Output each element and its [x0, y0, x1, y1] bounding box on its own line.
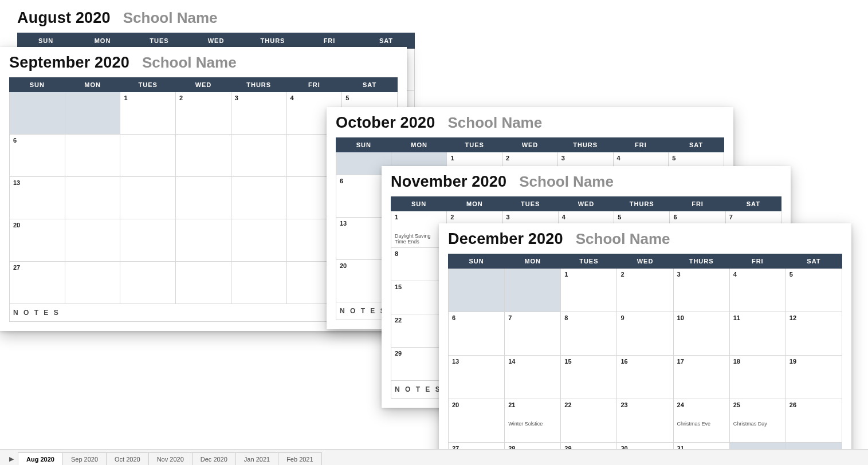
calendar-cell[interactable]: 13 [10, 177, 65, 219]
calendar-cell[interactable]: 9 [617, 312, 673, 356]
day-header: SAT [785, 254, 842, 269]
calendar-cell[interactable]: 7 [505, 312, 561, 356]
calendar-cell[interactable]: 17 [673, 356, 729, 399]
calendar-cell[interactable]: 1 [561, 269, 617, 312]
day-header: FRI [729, 254, 785, 269]
day-header: FRI [613, 138, 669, 152]
calendar-cell[interactable] [120, 135, 176, 177]
sheet-tab[interactable]: Sep 2020 [62, 452, 107, 465]
day-header: SUN [336, 138, 392, 152]
calendar-cell[interactable]: 16 [617, 356, 673, 399]
calendar-cell[interactable]: 22 [561, 399, 617, 443]
event-label: Winter Solstice [508, 421, 557, 427]
sheet-tab[interactable]: Oct 2020 [106, 452, 149, 465]
calendar-cell[interactable]: 13 [449, 356, 505, 399]
calendar-cell[interactable] [231, 135, 286, 177]
calendar-cell[interactable]: 10 [673, 312, 729, 356]
day-header: SAT [669, 138, 724, 152]
calendar-cell[interactable] [449, 269, 505, 312]
calendar-cell[interactable]: 26 [785, 399, 842, 443]
calendar-cell[interactable] [65, 177, 120, 219]
sheet-tab[interactable]: Aug 2020 [18, 452, 63, 465]
sheet-tab-bar: ▶ Aug 2020Sep 2020Oct 2020Nov 2020Dec 20… [0, 449, 868, 465]
sheet-tab[interactable]: Dec 2020 [192, 452, 236, 465]
month-title: December 2020 [448, 230, 563, 248]
calendar-cell[interactable] [65, 219, 120, 262]
school-name: School Name [576, 230, 670, 248]
calendar-cell[interactable] [65, 135, 120, 177]
day-header: FRI [301, 33, 358, 49]
month-title: August 2020 [17, 9, 111, 27]
calendar-cell[interactable]: 2 [617, 269, 673, 312]
day-header: THURS [557, 138, 613, 152]
day-header: SUN [10, 78, 65, 92]
calendar-cell[interactable] [176, 262, 231, 304]
day-header: MON [74, 33, 131, 49]
day-header: TUES [131, 33, 188, 49]
calendar-cell[interactable]: 18 [729, 356, 785, 399]
calendar-cell[interactable]: 14 [505, 356, 561, 399]
calendar-cell[interactable]: 25Christmas Day [729, 399, 785, 443]
calendar-cell[interactable]: 5 [785, 269, 842, 312]
calendar-cell[interactable] [231, 262, 286, 304]
calendar-cell[interactable] [65, 262, 120, 304]
calendar-cell[interactable] [65, 92, 120, 135]
calendar-cell[interactable]: 19 [785, 356, 842, 399]
month-title: November 2020 [391, 173, 506, 191]
calendar-cell[interactable]: 20 [10, 219, 65, 262]
calendar-cell[interactable] [120, 177, 176, 219]
event-label: Christmas Eve [677, 421, 726, 427]
day-header: THURS [231, 78, 286, 92]
calendar-cell[interactable] [176, 177, 231, 219]
school-name: School Name [142, 54, 237, 72]
day-header: WED [558, 197, 614, 211]
calendar-cell[interactable]: 21Winter Solstice [505, 399, 561, 443]
day-header: SUN [391, 197, 447, 211]
calendar-cell[interactable]: 1 [120, 92, 176, 135]
sheet-nav-next-icon[interactable]: ▶ [5, 452, 18, 465]
calendar-cell[interactable]: 27 [10, 262, 65, 304]
day-header: WED [176, 78, 231, 92]
day-header: WED [188, 33, 245, 49]
day-header: THURS [245, 33, 301, 49]
calendar-cell[interactable]: 6 [449, 312, 505, 356]
sheet-tab[interactable]: Nov 2020 [148, 452, 193, 465]
day-header: TUES [447, 138, 502, 152]
month-title: October 2020 [336, 114, 435, 132]
calendar-cell[interactable]: 11 [729, 312, 785, 356]
calendar-cell[interactable] [120, 219, 176, 262]
day-header: SAT [342, 78, 398, 92]
calendar-grid-december: SUNMONTUESWEDTHURSFRISAT 123456789101112… [448, 254, 842, 465]
calendar-cell[interactable]: 8 [561, 312, 617, 356]
day-header: FRI [670, 197, 725, 211]
school-name: School Name [519, 173, 614, 191]
calendar-cell[interactable]: 2 [176, 92, 231, 135]
calendar-cell[interactable]: 24Christmas Eve [673, 399, 729, 443]
calendar-cell[interactable] [176, 219, 231, 262]
calendar-cell[interactable] [505, 269, 561, 312]
calendar-cell[interactable]: 4 [729, 269, 785, 312]
calendar-cell[interactable] [231, 219, 286, 262]
calendar-cell[interactable]: 23 [617, 399, 673, 443]
sheet-tab[interactable]: Feb 2021 [278, 452, 321, 465]
calendar-cell[interactable]: 12 [785, 312, 842, 356]
calendar-cell[interactable]: 3 [231, 92, 286, 135]
calendar-cell[interactable] [120, 262, 176, 304]
calendar-cell[interactable]: 20 [449, 399, 505, 443]
calendar-cell[interactable] [176, 135, 231, 177]
day-header: TUES [561, 254, 617, 269]
day-header: SAT [725, 197, 781, 211]
sheet-tab[interactable]: Jan 2021 [235, 452, 278, 465]
day-header: WED [502, 138, 558, 152]
day-header: TUES [120, 78, 176, 92]
calendar-cell[interactable]: 3 [673, 269, 729, 312]
day-header: SUN [449, 254, 505, 269]
calendar-cell[interactable] [231, 177, 286, 219]
day-header: SAT [358, 33, 415, 49]
event-label: Christmas Day [733, 421, 782, 427]
calendar-cell[interactable]: 6 [10, 135, 65, 177]
calendar-cell[interactable]: 15 [561, 356, 617, 399]
day-header: SUN [18, 33, 74, 49]
month-title: September 2020 [9, 54, 129, 72]
calendar-cell[interactable] [10, 92, 65, 135]
